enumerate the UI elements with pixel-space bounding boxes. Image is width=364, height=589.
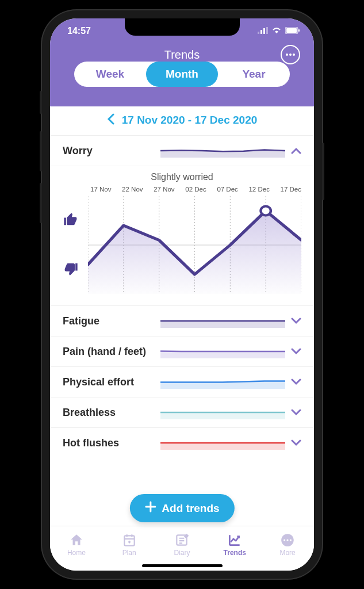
add-trends-button[interactable]: Add trends bbox=[129, 494, 234, 522]
plus-icon bbox=[144, 501, 156, 515]
chevron-up-icon bbox=[291, 145, 301, 157]
chart-panel-worry: Slightly worried 17 Nov 22 Nov 27 Nov 02… bbox=[50, 166, 314, 306]
svg-rect-5 bbox=[286, 28, 297, 33]
tab-more[interactable]: More bbox=[261, 526, 314, 563]
status-time: 14:57 bbox=[67, 26, 91, 36]
page-title: Trends bbox=[62, 48, 302, 62]
sparkline-pain bbox=[160, 345, 285, 358]
svg-rect-1 bbox=[260, 30, 262, 34]
chevron-down-icon bbox=[291, 376, 301, 388]
trend-row-worry[interactable]: Worry bbox=[50, 136, 314, 166]
chevron-down-icon bbox=[291, 315, 301, 327]
date-range-label: 17 Nov 2020 - 17 Dec 2020 bbox=[122, 114, 258, 127]
seg-year[interactable]: Year bbox=[218, 62, 290, 87]
trend-row-physical-effort[interactable]: Physical effort bbox=[50, 367, 314, 397]
chevron-down-icon bbox=[291, 407, 301, 419]
svg-point-8 bbox=[289, 53, 292, 56]
thumbs-up-icon bbox=[63, 212, 82, 230]
home-indicator[interactable] bbox=[142, 564, 223, 567]
chevron-down-icon bbox=[291, 437, 301, 449]
header-more-button[interactable] bbox=[281, 45, 300, 64]
chart-x-axis: 17 Nov 22 Nov 27 Nov 02 Dec 07 Dec 12 De… bbox=[63, 186, 301, 196]
sparkline-fatigue bbox=[160, 314, 285, 328]
date-prev-button[interactable] bbox=[107, 112, 115, 128]
trend-row-pain[interactable]: Pain (hand / feet) bbox=[50, 336, 314, 367]
trend-row-breathless[interactable]: Breathless bbox=[50, 397, 314, 428]
svg-rect-3 bbox=[266, 27, 268, 34]
tab-plan[interactable]: Plan bbox=[103, 526, 156, 563]
tab-home[interactable]: Home bbox=[50, 526, 103, 563]
sparkline-worry bbox=[160, 144, 285, 158]
sparkline-breathless bbox=[160, 406, 285, 419]
chevron-down-icon bbox=[291, 346, 301, 358]
signal-icon bbox=[258, 26, 268, 36]
seg-week[interactable]: Week bbox=[74, 62, 146, 87]
seg-month[interactable]: Month bbox=[146, 62, 218, 87]
svg-point-23 bbox=[286, 539, 288, 541]
thumbs-down-icon bbox=[63, 261, 82, 279]
chart-status-label: Slightly worried bbox=[63, 172, 301, 182]
svg-point-24 bbox=[290, 539, 292, 541]
battery-icon bbox=[285, 26, 300, 36]
sparkline-physical-effort bbox=[160, 375, 285, 389]
wifi-icon bbox=[271, 26, 282, 36]
trend-label: Worry bbox=[63, 145, 155, 157]
date-navigator: 17 Nov 2020 - 17 Dec 2020 bbox=[50, 106, 314, 136]
app-header: Trends Week Month Year bbox=[50, 44, 314, 106]
trend-row-fatigue[interactable]: Fatigue bbox=[50, 306, 314, 336]
trend-row-hot-flushes[interactable]: Hot flushes bbox=[50, 428, 314, 458]
chart-canvas bbox=[88, 196, 301, 294]
tab-diary[interactable]: Diary bbox=[156, 526, 209, 563]
svg-rect-0 bbox=[258, 32, 259, 34]
svg-point-22 bbox=[283, 539, 285, 541]
svg-rect-6 bbox=[298, 29, 300, 32]
svg-point-7 bbox=[286, 53, 288, 56]
tab-trends[interactable]: Trends bbox=[208, 526, 261, 563]
range-segmented-control: Week Month Year bbox=[74, 62, 290, 87]
svg-point-18 bbox=[260, 206, 270, 216]
svg-rect-2 bbox=[263, 28, 265, 34]
svg-point-9 bbox=[293, 53, 295, 56]
sparkline-hot-flushes bbox=[160, 436, 285, 450]
